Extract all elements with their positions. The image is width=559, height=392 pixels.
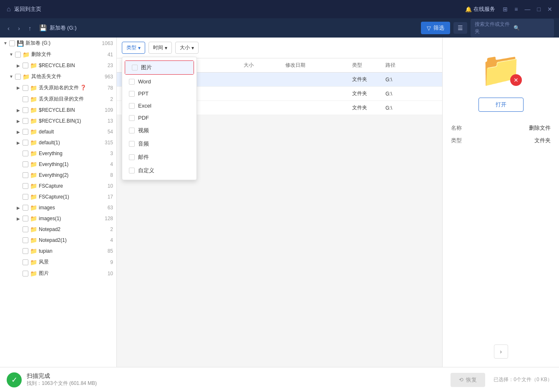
dropdown-item-pdf[interactable]: PDF (122, 112, 196, 124)
tree-checkbox[interactable] (23, 183, 28, 189)
folder-icon: 📁 (30, 139, 37, 146)
checkbox-email[interactable] (129, 154, 135, 160)
checkbox-ppt[interactable] (129, 91, 135, 97)
dropdown-item-video[interactable]: 视频 (122, 124, 196, 137)
tree-count: 315 (101, 140, 113, 146)
dropdown-item-excel[interactable]: Excel (122, 100, 196, 112)
dropdown-item-audio[interactable]: 音频 (122, 137, 196, 151)
next-button[interactable]: › (494, 344, 508, 359)
tree-checkbox[interactable] (23, 194, 28, 200)
tree-checkbox[interactable] (23, 172, 28, 178)
dropdown-item-word[interactable]: Word (122, 75, 196, 88)
tree-checkbox[interactable] (23, 248, 28, 254)
row-path: G:\ (385, 105, 436, 111)
type-value: 文件夹 (534, 137, 551, 144)
minimize-icon[interactable]: — (525, 6, 531, 13)
time-filter-label: 时间 (153, 44, 163, 51)
tree-item-notepad2[interactable]: 📁 Notepad2 2 (0, 224, 116, 235)
open-button[interactable]: 打开 (478, 98, 524, 112)
filter-button[interactable]: ▽ 筛选 (421, 22, 450, 34)
tree-item-tupian[interactable]: 📁 tupian 85 (0, 246, 116, 256)
checkbox-excel[interactable] (129, 103, 135, 109)
tree-checkbox[interactable] (23, 151, 28, 156)
folder-preview-icon: 📁 ✕ (480, 50, 522, 89)
tree-checkbox[interactable] (15, 74, 21, 80)
up-button[interactable]: ↑ (26, 23, 34, 33)
tree-count: 3 (101, 151, 113, 156)
tree-item-default[interactable]: ▶ 📁 default 54 (0, 126, 116, 137)
tree-checkbox[interactable] (23, 96, 28, 102)
tree-checkbox[interactable] (23, 226, 28, 232)
tree-checkbox[interactable] (23, 216, 28, 221)
tree-item-deleted[interactable]: ▼ 📁 删除文件 41 (0, 49, 116, 60)
tree-item-picture[interactable]: 📁 图片 10 (0, 268, 116, 279)
tree-checkbox[interactable] (23, 85, 28, 91)
checkbox-pdf[interactable] (129, 115, 135, 121)
pdf-label: PDF (138, 115, 149, 121)
dropdown-item-custom[interactable]: 自定义 (122, 164, 196, 177)
tree-count: 2 (101, 96, 113, 102)
tree-item-root[interactable]: ▼ 💾 新加卷 (G:) 1063 (0, 38, 116, 49)
tree-item-images1[interactable]: ▶ 📁 images(1) 128 (0, 213, 116, 224)
tree-item-recycle3[interactable]: ▶ 📁 $RECYCLE.BIN(1) 13 (0, 116, 116, 126)
tree-item-everything1[interactable]: 📁 Everything(1) 4 (0, 159, 116, 170)
type-filter-dropdown[interactable]: 类型 ▾ (122, 42, 145, 54)
tree-checkbox[interactable] (23, 140, 28, 146)
tree-item-fscapture[interactable]: 📁 FSCapture 10 (0, 181, 116, 191)
tree-checkbox[interactable] (23, 205, 28, 211)
tree-item-scenery[interactable]: 📁 风景 9 (0, 256, 116, 268)
folder-icon: 📁 (30, 226, 37, 233)
tree-checkbox[interactable] (23, 271, 28, 276)
home-label[interactable]: 返回到主页 (14, 5, 41, 13)
search-icon[interactable]: 🔍 (514, 25, 550, 31)
row-type: 文件夹 (352, 76, 385, 83)
menu-icon[interactable]: ≡ (514, 6, 518, 13)
close-icon[interactable]: ✕ (547, 6, 552, 13)
checkbox-video[interactable] (129, 128, 135, 133)
dropdown-item-image[interactable]: 图片 (125, 61, 194, 74)
checkbox-audio[interactable] (129, 141, 135, 147)
search-bar[interactable]: 搜索文件或文件夹 🔍 (471, 19, 554, 37)
tree-item-everything[interactable]: 📁 Everything 3 (0, 148, 116, 159)
size-filter-dropdown[interactable]: 大小 ▾ (175, 42, 199, 54)
tree-checkbox[interactable] (23, 161, 28, 167)
main-area: ▼ 💾 新加卷 (G:) 1063 ▼ 📁 删除文件 41 ▶ 📁 $RECYC… (0, 38, 559, 367)
tree-checkbox[interactable] (9, 40, 15, 46)
grid-icon[interactable]: ⊞ (503, 6, 508, 13)
time-filter-dropdown[interactable]: 时间 ▾ (149, 42, 172, 54)
online-service[interactable]: 🔔 在线服务 (465, 5, 495, 13)
tree-checkbox[interactable] (23, 118, 28, 124)
checkbox-word[interactable] (129, 79, 135, 85)
dropdown-item-ppt[interactable]: PPT (122, 88, 196, 100)
tree-item-fscapture1[interactable]: 📁 FSCapture(1) 17 (0, 191, 116, 202)
type-label: 类型 (451, 137, 462, 144)
tree-item-everything2[interactable]: 📁 Everything(2) 8 (0, 170, 116, 181)
tree-label: 新加卷 (G:) (25, 40, 99, 47)
tree-item-notepad21[interactable]: 📁 Notepad2(1) 4 (0, 235, 116, 246)
tree-checkbox[interactable] (23, 259, 28, 265)
checkbox-custom[interactable] (129, 168, 135, 173)
tree-item-recycle2[interactable]: ▶ 📁 $RECYCLE.BIN 109 (0, 105, 116, 116)
back-button[interactable]: ‹ (5, 23, 12, 33)
tree-checkbox[interactable] (23, 63, 28, 68)
forward-button[interactable]: › (15, 23, 23, 33)
tree-label: $RECYCLE.BIN (39, 107, 99, 113)
tree-item-lost-dir[interactable]: 📁 丢失原始目录的文件 2 (0, 93, 116, 105)
tree-checkbox[interactable] (15, 52, 21, 58)
checkbox-image[interactable] (132, 65, 138, 70)
tree-checkbox[interactable] (23, 129, 28, 135)
maximize-icon[interactable]: □ (537, 6, 541, 13)
tree-item-images[interactable]: ▶ 📁 images 63 (0, 202, 116, 213)
type-dropdown-menu: 图片 Word PPT Excel PDF (122, 57, 197, 180)
restore-button[interactable]: ⟲ 恢复 (451, 373, 485, 387)
tree-item-other[interactable]: ▼ 📁 其他丢失文件 963 (0, 71, 116, 82)
folder-icon: 📁 (30, 215, 37, 222)
tree-item-recycle1[interactable]: ▶ 📁 $RECYCLE.BIN 23 (0, 60, 116, 71)
tree-checkbox[interactable] (23, 107, 28, 113)
menu-button[interactable]: ☰ (453, 22, 467, 34)
tree-item-lost-name[interactable]: ▶ 📁 丢失原始名的文件 ❓ 78 (0, 82, 116, 93)
tree-item-default1[interactable]: ▶ 📁 default(1) 315 (0, 137, 116, 148)
tree-checkbox[interactable] (23, 237, 28, 243)
dropdown-item-email[interactable]: 邮件 (122, 151, 196, 164)
tree-count: 41 (101, 52, 113, 58)
